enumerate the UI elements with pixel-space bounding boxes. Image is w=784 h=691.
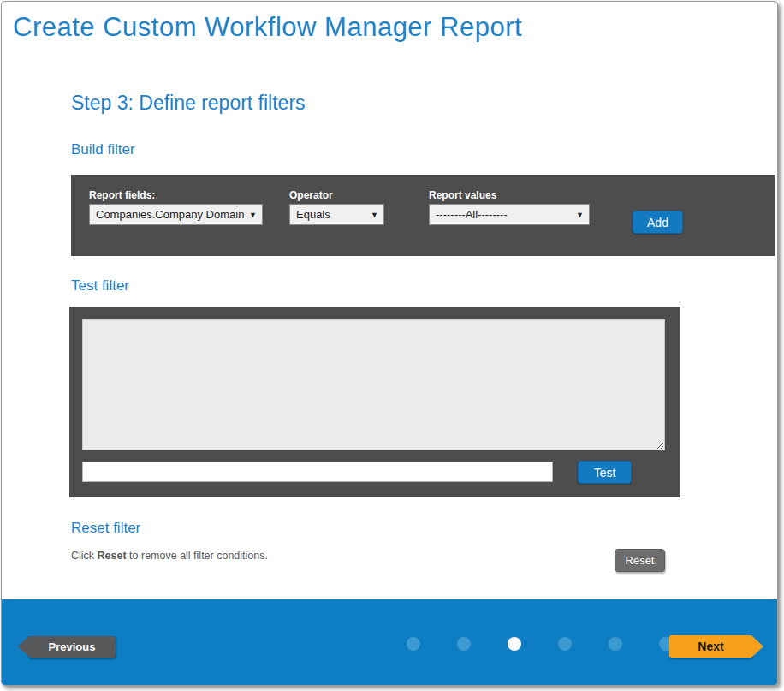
operator-select[interactable]: Equals ▼ bbox=[289, 204, 384, 225]
step-heading: Step 3: Define report filters bbox=[71, 92, 306, 115]
progress-dot[interactable] bbox=[609, 637, 622, 651]
report-fields-label: Report fields: bbox=[89, 189, 155, 201]
build-filter-panel: Report fields: Companies.Company Domain … bbox=[71, 175, 775, 256]
operator-selected-value: Equals bbox=[296, 208, 365, 221]
test-filter-panel: Test bbox=[69, 307, 680, 497]
test-filter-input[interactable] bbox=[82, 462, 553, 482]
caret-down-icon: ▼ bbox=[576, 211, 584, 219]
caret-down-icon: ▼ bbox=[371, 211, 378, 219]
report-values-selected-value: --------All-------- bbox=[436, 208, 571, 221]
test-filter-heading: Test filter bbox=[71, 277, 129, 295]
report-values-select[interactable]: --------All-------- ▼ bbox=[429, 204, 590, 225]
arrow-right-icon bbox=[751, 635, 763, 658]
reset-instruction-prefix: Click bbox=[71, 550, 98, 562]
previous-button[interactable]: Previous bbox=[18, 636, 116, 658]
previous-button-label: Previous bbox=[28, 636, 116, 658]
progress-dot[interactable] bbox=[558, 637, 572, 651]
test-filter-textarea[interactable] bbox=[82, 319, 665, 450]
report-fields-selected-value: Companies.Company Domain Na bbox=[96, 208, 244, 221]
build-filter-heading: Build filter bbox=[71, 141, 135, 158]
page-title: Create Custom Workflow Manager Report bbox=[13, 12, 522, 43]
reset-instruction: Click Reset to remove all filter conditi… bbox=[71, 550, 268, 562]
wizard-page: Create Custom Workflow Manager Report St… bbox=[1, 1, 778, 686]
wizard-nav-bar: Previous Next bbox=[2, 599, 777, 685]
progress-dot-active[interactable] bbox=[508, 637, 521, 651]
reset-filter-heading: Reset filter bbox=[71, 520, 140, 537]
caret-down-icon: ▼ bbox=[249, 211, 257, 219]
next-button[interactable]: Next bbox=[669, 635, 763, 658]
progress-dots bbox=[407, 637, 673, 651]
reset-button[interactable]: Reset bbox=[615, 549, 665, 572]
progress-dot[interactable] bbox=[457, 637, 471, 651]
reset-instruction-bold: Reset bbox=[98, 550, 127, 562]
next-button-label: Next bbox=[669, 635, 752, 658]
operator-label: Operator bbox=[289, 189, 333, 201]
report-values-label: Report values bbox=[429, 189, 496, 201]
progress-dot[interactable] bbox=[407, 637, 420, 651]
report-fields-select[interactable]: Companies.Company Domain Na ▼ bbox=[89, 204, 263, 225]
add-button[interactable]: Add bbox=[633, 211, 683, 234]
reset-instruction-suffix: to remove all filter conditions. bbox=[127, 550, 268, 562]
test-button[interactable]: Test bbox=[578, 461, 632, 484]
